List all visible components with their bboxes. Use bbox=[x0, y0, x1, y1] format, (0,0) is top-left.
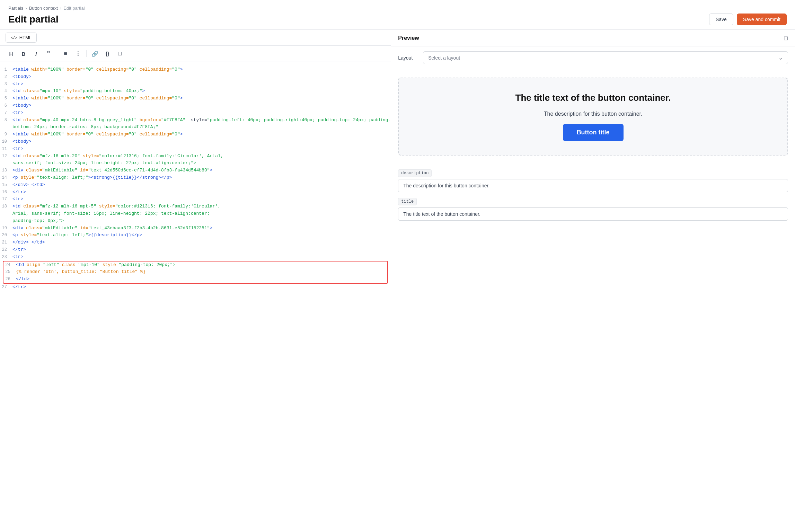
link-button[interactable]: 🔗 bbox=[89, 48, 100, 59]
code-line: 15</div> </td> bbox=[0, 181, 391, 189]
line-number: 3 bbox=[0, 81, 12, 88]
code-editor[interactable]: 1<table width="100%" border="0" cellspac… bbox=[0, 62, 391, 531]
line-number: 19 bbox=[0, 225, 12, 232]
preview-title: Preview bbox=[398, 35, 419, 41]
breadcrumb-button-context[interactable]: Button context bbox=[29, 6, 58, 11]
line-content: <p style="text-align: left;">{{descripti… bbox=[12, 232, 391, 239]
line-number bbox=[0, 160, 12, 167]
code-line: 6<tbody> bbox=[0, 102, 391, 109]
preview-panel: Preview ◻ Layout Select a layout ⌄ The t… bbox=[391, 30, 795, 531]
line-number: 12 bbox=[0, 153, 12, 160]
line-content: <td class="mpy-40 mpx-24 bdrs-8 bg-grey_… bbox=[12, 117, 391, 124]
line-number: 27 bbox=[0, 284, 12, 291]
page-title: Edit partial bbox=[8, 14, 59, 25]
line-number: 11 bbox=[0, 145, 12, 153]
code-line: 7<tr> bbox=[0, 109, 391, 117]
breadcrumb-sep-2: › bbox=[60, 6, 61, 11]
line-number: 18 bbox=[0, 203, 12, 210]
preview-card-title: The title text of the button container. bbox=[515, 92, 671, 104]
line-content: <td class="mfz-12 mlh-16 mpt-5" style="c… bbox=[12, 203, 391, 210]
line-content: <tr> bbox=[12, 196, 391, 203]
line-content: <td class="mfz-16 mlh-20" style="color:#… bbox=[12, 153, 391, 160]
header-buttons: Save Save and commit bbox=[709, 14, 787, 25]
code-line: 19<div class="mktEditable" id="text_43eb… bbox=[0, 225, 391, 232]
ordered-list-button[interactable]: ≡ bbox=[60, 48, 71, 59]
line-content: bottom: 24px; border-radius: 8px; backgr… bbox=[12, 124, 391, 131]
heading-button[interactable]: H bbox=[6, 48, 17, 59]
line-number: 20 bbox=[0, 232, 12, 239]
code-line: 3<tr> bbox=[0, 81, 391, 88]
line-number: 7 bbox=[0, 109, 12, 117]
line-number: 10 bbox=[0, 138, 12, 145]
save-and-commit-button[interactable]: Save and commit bbox=[737, 14, 787, 25]
code-line: 24<td align="left" class="mpt-10" style=… bbox=[3, 261, 387, 269]
editor-panel: </> HTML H B I " ≡ ⋮ 🔗 {} □ 1<table widt… bbox=[0, 30, 391, 531]
code-line: 12<td class="mfz-16 mlh-20" style="color… bbox=[0, 153, 391, 160]
italic-button[interactable]: I bbox=[30, 48, 42, 59]
line-content: <td class="mpx-10" style="padding-bottom… bbox=[12, 88, 391, 95]
code-line: 25{% render 'btn', button_title: "Button… bbox=[3, 268, 387, 276]
preview-expand-button[interactable]: ◻ bbox=[784, 35, 788, 41]
line-number: 15 bbox=[0, 181, 12, 189]
code-line: bottom: 24px; border-radius: 8px; backgr… bbox=[0, 124, 391, 131]
line-number: 22 bbox=[0, 246, 12, 254]
unordered-list-button[interactable]: ⋮ bbox=[72, 48, 83, 59]
code-line: 27</tr> bbox=[0, 284, 391, 291]
line-number bbox=[0, 218, 12, 225]
line-content: </tr> bbox=[12, 284, 391, 291]
code-line: 10<tbody> bbox=[0, 138, 391, 145]
line-content: padding-top: 0px;"> bbox=[12, 218, 391, 225]
layout-row: Layout Select a layout ⌄ bbox=[391, 46, 795, 69]
line-content: <td align="left" class="mpt-10" style="p… bbox=[16, 261, 387, 269]
line-number: 16 bbox=[0, 189, 12, 196]
field-value[interactable]: The title text of the button container. bbox=[398, 207, 788, 221]
field-label: title bbox=[398, 198, 417, 205]
breadcrumb-edit-partial: Edit partial bbox=[63, 6, 85, 11]
line-content: <div class="mktEditable" id="text_42d550… bbox=[12, 167, 391, 174]
line-number: 24 bbox=[3, 261, 16, 269]
code-line: 26</td> bbox=[3, 276, 387, 283]
breadcrumb: Partials › Button context › Edit partial bbox=[8, 6, 787, 11]
line-content: Arial, sans-serif; font-size: 16px; line… bbox=[12, 210, 391, 218]
line-number: 26 bbox=[3, 276, 16, 283]
line-content: <tr> bbox=[12, 81, 391, 88]
line-number: 1 bbox=[0, 66, 12, 73]
code-line: 4<td class="mpx-10" style="padding-botto… bbox=[0, 88, 391, 95]
toolbar-separator-1 bbox=[57, 50, 57, 57]
line-number: 5 bbox=[0, 95, 12, 102]
code-line: 14<p style="text-align: left;"><strong>{… bbox=[0, 174, 391, 181]
preview-card: The title text of the button container. … bbox=[398, 78, 788, 156]
line-content: {% render 'btn', button_title: "Button t… bbox=[16, 268, 387, 276]
line-content: <tr> bbox=[12, 145, 391, 153]
save-button[interactable]: Save bbox=[709, 14, 733, 25]
preview-header: Preview ◻ bbox=[391, 30, 795, 46]
html-tab-label: HTML bbox=[19, 35, 32, 40]
code-button[interactable]: {} bbox=[102, 48, 113, 59]
fields-area: descriptionThe description for this butt… bbox=[391, 164, 795, 226]
line-content: <tbody> bbox=[12, 102, 391, 109]
line-number: 4 bbox=[0, 88, 12, 95]
line-number: 21 bbox=[0, 239, 12, 246]
line-number: 13 bbox=[0, 167, 12, 174]
line-content: <tbody> bbox=[12, 73, 391, 81]
line-content: </tr> bbox=[12, 246, 391, 254]
html-icon: </> bbox=[11, 35, 17, 40]
code-line: 23<tr> bbox=[0, 254, 391, 261]
line-content: sans-serif; font-size: 24px; line-height… bbox=[12, 160, 391, 167]
preview-card-area: The title text of the button container. … bbox=[391, 69, 795, 164]
field-value[interactable]: The description for this button containe… bbox=[398, 179, 788, 192]
code-line: 18<td class="mfz-12 mlh-16 mpt-5" style=… bbox=[0, 203, 391, 210]
embed-button[interactable]: □ bbox=[114, 48, 125, 59]
preview-card-description: The description for this button containe… bbox=[544, 111, 643, 117]
bold-button[interactable]: B bbox=[18, 48, 29, 59]
html-tab[interactable]: </> HTML bbox=[6, 33, 37, 43]
preview-card-button[interactable]: Button title bbox=[563, 124, 624, 141]
line-number: 23 bbox=[0, 254, 12, 261]
breadcrumb-partials[interactable]: Partials bbox=[8, 6, 23, 11]
chevron-down-icon: ⌄ bbox=[778, 54, 783, 61]
toolbar-separator-2 bbox=[86, 50, 87, 57]
layout-select[interactable]: Select a layout ⌄ bbox=[423, 51, 788, 64]
line-content: <tr> bbox=[12, 254, 391, 261]
quote-button[interactable]: " bbox=[43, 48, 54, 59]
line-content: </td> bbox=[16, 276, 387, 283]
